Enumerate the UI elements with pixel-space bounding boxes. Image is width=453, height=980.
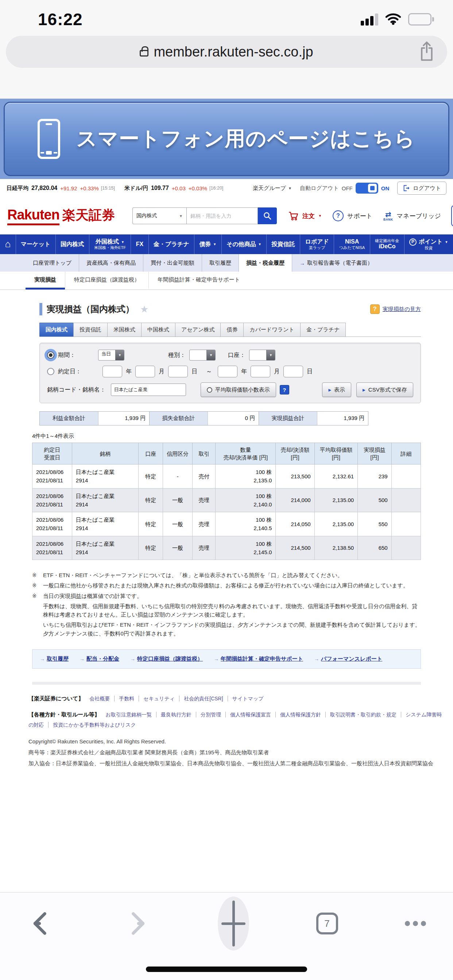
address-bar[interactable]: member.rakuten-sec.co.jp bbox=[6, 36, 447, 68]
csv-save-button[interactable]: ▶ CSV形式で保存 bbox=[356, 382, 413, 397]
quick-link[interactable]: → 取引履歴 bbox=[40, 655, 69, 662]
nav-item[interactable]: NISA つみたてNISA bbox=[334, 234, 370, 254]
page-title: 実現損益（国内株式） bbox=[47, 303, 134, 315]
nav-item[interactable]: FX bbox=[131, 234, 148, 254]
nikkei-percent: +0.33% bbox=[80, 185, 99, 191]
auto-logout-toggle[interactable] bbox=[356, 183, 378, 194]
period-radio[interactable] bbox=[47, 352, 54, 359]
nav-item[interactable]: ロボアド 楽ラップ bbox=[300, 234, 334, 254]
order-menu[interactable]: 注文 ▼ bbox=[288, 211, 322, 221]
arrow-icon: → bbox=[300, 260, 305, 266]
quick-link[interactable]: → 配当・分配金 bbox=[80, 655, 119, 662]
new-tab-button[interactable] bbox=[218, 897, 249, 950]
more-menu-button[interactable] bbox=[405, 921, 426, 926]
subnav-item[interactable]: → 取引報告書等（電子書面） bbox=[292, 254, 380, 272]
product-tab[interactable]: 国内株式 bbox=[39, 323, 74, 337]
show-button[interactable]: ▶ 表示 bbox=[322, 382, 351, 397]
footer-link[interactable]: 社会的責任[CSR] bbox=[179, 695, 223, 702]
avg-price-decimal-button[interactable]: 平均取得価額小数表示 bbox=[201, 382, 276, 397]
search-category-select[interactable]: 国内株式 ▼ bbox=[132, 207, 187, 224]
subnav-item[interactable]: 取引履歴 bbox=[202, 254, 239, 272]
subnav-item[interactable]: 買付・出金可能額 bbox=[143, 254, 202, 272]
nav-item[interactable]: 金・プラチナ bbox=[148, 234, 194, 254]
note-line: ※ 当日の実現損益は概算値での計算です。 bbox=[32, 592, 421, 600]
account-select[interactable]: ▼ bbox=[249, 350, 275, 361]
related-links-box: → 取引履歴 → 配当・分配金 → 特定口座損益（譲渡益税） → 年間損益計算・… bbox=[32, 649, 421, 669]
tab-item[interactable]: 実現損益 bbox=[26, 272, 65, 290]
type-select[interactable]: ▼ bbox=[189, 350, 215, 361]
logout-button[interactable]: ログアウト bbox=[397, 181, 447, 195]
main-navigation: ⌂ マーケット 国内株式 外国株式 bbox=[0, 234, 453, 254]
footer-link[interactable]: 分別管理 bbox=[196, 712, 221, 718]
to-day-input[interactable] bbox=[283, 366, 303, 377]
footer-link[interactable]: 取引説明書・取引約款・規定 bbox=[325, 712, 396, 718]
profit-loss-summary: 利益金額合計 1,939 円 損失金額合計 0 円 実現損益合計 1,939 円 bbox=[39, 411, 368, 425]
footer-link[interactable]: 投資にかかる手数料等およびリスク bbox=[48, 722, 136, 728]
nikkei-label: 日経平均 bbox=[6, 185, 29, 192]
cell-stock-name: 日本たばこ産業 2914 bbox=[72, 536, 139, 560]
quick-link[interactable]: → 特定口座損益（譲渡益税） bbox=[130, 655, 203, 662]
nav-item[interactable]: 確定拠出年金 iDeCo bbox=[370, 234, 404, 254]
footer-link[interactable]: お取引注意銘柄一覧 bbox=[106, 712, 152, 718]
cell-avg-acquisition: 2,135.00 bbox=[314, 488, 357, 512]
rakuten-group-menu[interactable]: 楽天グループ ▼ bbox=[253, 185, 292, 192]
moneybridge-link[interactable]: ⇄ BANK マネーブリッジ bbox=[383, 211, 441, 221]
nav-item[interactable]: その他商品 ▼ bbox=[222, 234, 266, 254]
footer-link[interactable]: 会社概要 bbox=[89, 695, 110, 702]
help-link[interactable]: ? 実現損益の見方 bbox=[370, 304, 421, 314]
auto-logout-off-label: OFF bbox=[342, 185, 353, 191]
tabs-button[interactable]: 7 bbox=[316, 913, 338, 934]
nav-item[interactable]: マーケット bbox=[16, 234, 56, 254]
rakuten-securities-logo[interactable]: Rakuten 楽天証券 bbox=[7, 206, 115, 225]
quick-link[interactable]: → パフォーマンスレポート bbox=[314, 655, 382, 662]
home-indicator[interactable] bbox=[146, 967, 307, 972]
back-button[interactable] bbox=[27, 909, 56, 938]
smartphone-page-banner[interactable]: スマートフォン用のページはこちら bbox=[4, 102, 449, 176]
stock-code-input[interactable] bbox=[111, 383, 186, 396]
tab-item[interactable]: 特定口座損益（譲渡益税） bbox=[65, 272, 148, 290]
product-tab[interactable]: 投資信託 bbox=[73, 323, 108, 337]
nav-item[interactable]: 国内株式 bbox=[56, 234, 89, 254]
favorite-star-icon[interactable]: ★ bbox=[140, 304, 148, 315]
cellular-signal-icon bbox=[361, 13, 378, 25]
from-day-input[interactable] bbox=[168, 366, 188, 377]
product-tab[interactable]: アセアン株式 bbox=[175, 323, 221, 337]
subnav-item[interactable]: 口座管理トップ bbox=[26, 254, 79, 272]
quick-link[interactable]: → 年間損益計算・確定申告サポート bbox=[214, 655, 303, 662]
nav-item[interactable]: P ポイント ▼ 投資 bbox=[404, 234, 453, 254]
product-tab[interactable]: 米国株式 bbox=[107, 323, 142, 337]
search-button[interactable] bbox=[258, 207, 277, 224]
product-tab[interactable]: 債券 bbox=[220, 323, 244, 337]
footer-link[interactable]: 手数料 bbox=[114, 695, 134, 702]
nav-item[interactable]: 外国株式 ▼ 米国株・海外ETF bbox=[89, 234, 131, 254]
nikkei-value: 27,820.04 bbox=[31, 185, 57, 191]
nav-item-home[interactable]: ⌂ bbox=[0, 234, 16, 254]
period-select[interactable]: 当日 ▼ bbox=[98, 350, 124, 361]
footer-link[interactable]: 個人情報保護宣言 bbox=[225, 712, 271, 718]
footer-link[interactable]: サイトマップ bbox=[228, 695, 264, 702]
share-icon[interactable] bbox=[419, 41, 435, 64]
nav-item[interactable]: 債券 ▼ bbox=[194, 234, 222, 254]
search-input[interactable] bbox=[187, 207, 258, 224]
to-year-input[interactable] bbox=[218, 366, 238, 377]
nav-item[interactable]: 投資信託 bbox=[266, 234, 300, 254]
avg-price-help-icon[interactable]: ? bbox=[280, 385, 289, 395]
trade-date-radio[interactable] bbox=[47, 368, 54, 375]
footer-link[interactable]: 最良執行方針 bbox=[156, 712, 191, 718]
to-month-input[interactable] bbox=[250, 366, 270, 377]
cell-dates: 2021/08/06 2021/08/11 bbox=[32, 512, 72, 536]
tab-item[interactable]: 年間損益計算・確定申告サポート bbox=[148, 272, 249, 290]
footer-link[interactable]: セキュリティ bbox=[139, 695, 175, 702]
forward-button[interactable] bbox=[123, 909, 151, 938]
product-tab[interactable]: カバードワラント bbox=[243, 323, 300, 337]
subnav-item[interactable]: 資産残高・保有商品 bbox=[79, 254, 143, 272]
support-link[interactable]: ? サポート bbox=[333, 210, 372, 221]
from-month-input[interactable] bbox=[135, 366, 155, 377]
product-tab[interactable]: 金・プラチナ bbox=[300, 323, 346, 337]
from-year-input[interactable] bbox=[102, 366, 122, 377]
product-tab[interactable]: 中国株式 bbox=[141, 323, 175, 337]
my-menu-button[interactable]: マイメニュー 口座管理・入出金・振替など ∨ bbox=[451, 205, 453, 226]
subnav-item[interactable]: 損益・税金履歴 bbox=[239, 254, 292, 272]
footer-link[interactable]: 個人情報保護方針 bbox=[275, 712, 321, 718]
caret-down-icon: ▼ bbox=[288, 186, 292, 190]
